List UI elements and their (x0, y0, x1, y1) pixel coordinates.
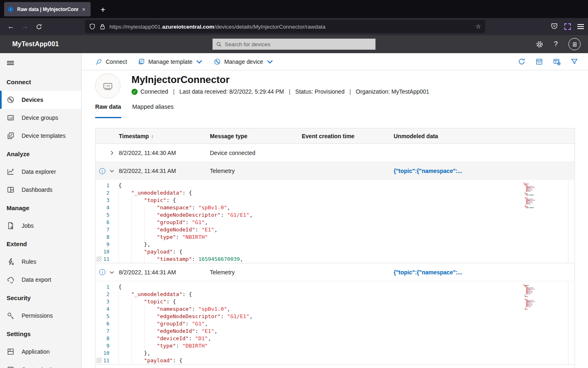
table-row[interactable]: 8/2/2022, 11:44:30 AMDevice connected (96, 144, 575, 162)
browser-refresh-icon[interactable] (33, 20, 45, 33)
sidebar-item-customization[interactable]: Customization (0, 361, 81, 368)
sidebar-item-rules[interactable]: Rules (0, 253, 81, 271)
unmodeled-data-link[interactable]: {"topic":{"namespace":... (394, 168, 575, 174)
app-title[interactable]: MyTestApp001 (12, 40, 59, 48)
table-row[interactable]: i8/2/2022, 11:44:31 AMTelemetry{"topic":… (96, 263, 575, 281)
data-export-icon (7, 276, 15, 284)
line-number: 3 (96, 197, 109, 204)
devices-icon (7, 96, 15, 104)
table-row[interactable]: i8/2/2022, 11:44:31 AMTelemetry{"topic":… (96, 162, 575, 180)
sidebar-item-permissions[interactable]: Permissions (0, 307, 81, 325)
device-groups-icon (7, 114, 15, 122)
row-message-type: Telemetry (210, 168, 302, 174)
table-header: Timestamp↑ Message type Event creation t… (96, 128, 575, 144)
sidebar-item-devices[interactable]: Devices (0, 91, 81, 109)
json-code-editor[interactable]: 1{2"_unmodeleddata": {3"topic": {4"names… (96, 281, 575, 365)
editor-resize-grip[interactable] (96, 256, 102, 262)
line-number: 6 (96, 320, 109, 328)
permissions-icon (7, 312, 15, 320)
connected-check-icon: ✓ (131, 89, 138, 95)
tab-mapped-aliases[interactable]: Mapped aliases (132, 103, 174, 118)
line-number: 6 (96, 219, 109, 226)
info-icon[interactable]: i (99, 168, 105, 174)
bookmark-star-icon[interactable]: ☆ (476, 23, 481, 30)
line-number: 4 (96, 305, 109, 313)
tab-raw-data[interactable]: Raw data (95, 103, 121, 118)
raw-data-table: Timestamp↑ Message type Event creation t… (95, 128, 575, 368)
refresh-icon[interactable] (518, 58, 526, 65)
new-tab-button[interactable]: + (97, 5, 109, 15)
line-number: 9 (96, 342, 109, 350)
user-avatar[interactable] (568, 38, 581, 50)
editor-minimap (523, 284, 545, 310)
manage-device-label: Manage device (224, 58, 263, 65)
connect-label: Connect (106, 58, 127, 65)
connect-icon (95, 58, 102, 65)
help-icon[interactable]: ? (554, 40, 558, 48)
chevron-down-icon[interactable] (109, 270, 114, 275)
line-number: 2 (96, 189, 109, 197)
lock-icon[interactable] (99, 23, 106, 30)
col-timestamp[interactable]: Timestamp↑ (119, 133, 210, 139)
editor-scrollbar[interactable] (568, 281, 568, 364)
sidebar-item-data-explorer[interactable]: Data explorer (0, 163, 81, 181)
editor-resize-grip[interactable] (96, 358, 102, 363)
app-header-actions: ? (536, 38, 581, 50)
sidebar-item-dashboards[interactable]: Dashboards (0, 181, 81, 199)
customization-icon (7, 366, 15, 368)
forward-icon[interactable]: → (19, 20, 31, 33)
row-message-type: Telemetry (210, 269, 302, 276)
sidebar-item-device-templates[interactable]: Device templates (0, 127, 81, 145)
column-options-icon[interactable] (553, 58, 561, 65)
search-input[interactable] (225, 41, 372, 47)
manage-template-label: Manage template (148, 58, 192, 65)
pocket-icon[interactable] (551, 22, 558, 31)
chevron-down-icon[interactable] (109, 168, 114, 173)
browser-menu-icon[interactable] (577, 23, 584, 30)
info-icon[interactable]: i (99, 269, 105, 275)
sidebar-item-device-groups[interactable]: Device groups (0, 109, 81, 127)
connected-label: Connected (140, 88, 168, 95)
filter-icon[interactable] (570, 58, 578, 65)
url-bar[interactable]: https://mytestapp001.azureiotcentral.com… (85, 20, 485, 33)
line-number: 3 (96, 298, 109, 305)
sidebar-item-label: Device templates (22, 132, 65, 139)
sidebar-item-application[interactable]: Application (0, 343, 81, 361)
browser-toolbar: ← → https://mytestapp001.azureiotcentral… (0, 18, 588, 35)
toolbar-right-actions (518, 58, 578, 65)
manage-device-button[interactable]: Manage device (214, 58, 274, 65)
dashboards-icon (7, 186, 15, 194)
browser-tab-title: Raw data | MyInjectorConnector (17, 7, 78, 12)
device-templates-icon (7, 132, 15, 140)
url-text[interactable]: https://mytestapp001.azureiotcentral.com… (109, 24, 472, 30)
connect-button[interactable]: Connect (95, 58, 127, 65)
provision-status: Status: Provisioned (295, 88, 345, 95)
sidebar-item-label: Permissions (22, 312, 53, 319)
line-number: 8 (96, 335, 109, 342)
chevron-down-icon (196, 58, 203, 65)
calendar-icon[interactable] (535, 58, 543, 65)
settings-gear-icon[interactable] (536, 40, 543, 48)
device-search-box[interactable] (212, 38, 376, 50)
search-icon (216, 41, 222, 47)
unmodeled-data-link[interactable]: {"topic":{"namespace":... (394, 269, 575, 276)
sidebar-item-jobs[interactable]: Jobs (0, 217, 81, 235)
back-icon[interactable]: ← (5, 20, 17, 33)
sidebar-collapse-button[interactable] (0, 53, 81, 73)
col-unmodeled-data[interactable]: Unmodeled data (394, 133, 575, 139)
tab-close-icon[interactable]: × (80, 6, 87, 13)
manage-template-button[interactable]: Manage template (138, 58, 203, 65)
chevron-right-icon[interactable] (109, 150, 114, 155)
col-event-creation-time[interactable]: Event creation time (302, 133, 394, 139)
row-message-type: Device connected (210, 150, 302, 156)
col-message-type[interactable]: Message type (210, 133, 302, 139)
sidebar-section-analyze: Analyze (0, 145, 81, 163)
json-code-editor[interactable]: 1{2"_unmodeleddata": {3"topic": {4"names… (96, 180, 575, 263)
sidebar-item-data-export[interactable]: Data export (0, 271, 81, 289)
browser-tab[interactable]: Raw data | MyInjectorConnector × (4, 2, 91, 16)
screenshot-icon[interactable] (564, 23, 571, 30)
editor-scrollbar[interactable] (568, 180, 568, 263)
shield-icon[interactable] (89, 23, 96, 30)
line-number: 2 (96, 291, 109, 298)
row-timestamp: 8/2/2022, 11:44:31 AM (119, 269, 210, 276)
